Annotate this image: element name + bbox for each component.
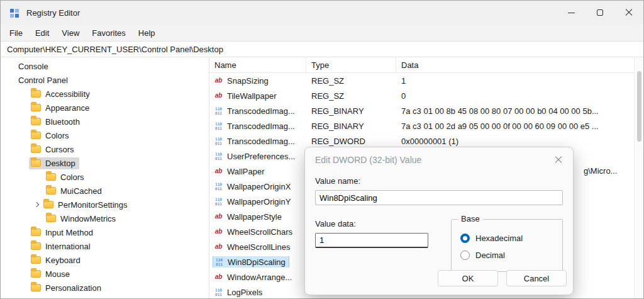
value-data: 7a c3 01 00 2d a9 05 00 00 0f 00 00 60 0… [396, 121, 634, 131]
tree-item-mouse[interactable]: Mouse [1, 267, 209, 281]
value-name: Win8DpiScaling [228, 257, 286, 267]
binary-icon [213, 121, 224, 131]
tree-selection: Desktop [29, 157, 79, 169]
address-path: Computer\HKEY_CURRENT_USER\Control Panel… [7, 45, 223, 54]
close-button[interactable] [614, 1, 643, 25]
value-data: 0x00000001 (1) [396, 137, 634, 146]
value-name: SnapSizing [227, 76, 269, 86]
tree-item-bluetooth[interactable]: Bluetooth [1, 115, 209, 128]
tree-item-desktop[interactable]: Desktop [1, 156, 209, 170]
tree-item-control-panel[interactable]: Control Panel [1, 73, 209, 87]
tree-item-label: Console [18, 62, 48, 71]
tree-item-colors[interactable]: Colors [1, 128, 209, 142]
close-icon [625, 9, 633, 16]
tree-item-label: Input Method [45, 228, 93, 237]
tree-item-label: Cursors [45, 145, 74, 154]
vertical-scrollbar[interactable] [634, 57, 643, 298]
binary-icon [213, 196, 224, 206]
value-name-input[interactable] [315, 190, 563, 205]
folder-icon [46, 187, 56, 195]
tree-item-label: Keyboard [45, 256, 80, 265]
value-name: TranscodedImag... [227, 121, 295, 131]
scrollbar-thumb[interactable] [637, 71, 641, 142]
tree-item-permonitorsettings[interactable]: PerMonitorSettings [1, 198, 209, 212]
menu-edit[interactable]: Edit [29, 26, 55, 40]
hexadecimal-radio[interactable]: Hexadecimal [460, 234, 562, 243]
folder-icon [31, 104, 41, 111]
menu-favorites[interactable]: Favorites [86, 26, 131, 40]
value-name-label: Value name: [315, 176, 563, 186]
value-type: REG_BINARY [306, 106, 396, 116]
value-type: REG_SZ [306, 76, 396, 86]
cancel-button[interactable]: Cancel [506, 270, 567, 286]
tree-item-console[interactable]: Console [1, 59, 209, 73]
menu-help[interactable]: Help [132, 26, 162, 40]
tree-item-muicached[interactable]: MuiCached [1, 184, 209, 198]
folder-icon [31, 118, 41, 125]
tree-item-desktop-colors[interactable]: Colors [1, 170, 209, 184]
tree-item-input-method[interactable]: Input Method [1, 225, 209, 239]
folder-icon [31, 256, 41, 264]
value-data-input[interactable] [315, 233, 428, 248]
dialog-close-icon[interactable] [554, 155, 563, 164]
tree-item-label: Desktop [45, 159, 75, 168]
value-name: WallpaperStyle [227, 212, 282, 222]
folder-icon [46, 173, 56, 181]
folder-icon [31, 145, 41, 153]
folder-icon [31, 132, 41, 139]
column-header-data[interactable]: Data [396, 57, 634, 72]
value-name: WheelScrollLines [227, 242, 290, 252]
tree-item-label: Bluetooth [45, 117, 80, 127]
minimize-button[interactable] [557, 1, 586, 25]
maximize-button[interactable] [586, 1, 614, 25]
tree-item-appearance[interactable]: Appearance [1, 101, 209, 115]
tree-item-keyboard[interactable]: Keyboard [1, 253, 209, 267]
list-row[interactable]: TranscodedImag... REG_BINARY 7a c3 01 00… [209, 118, 634, 133]
tree-item-international[interactable]: International [1, 239, 209, 253]
value-data: 7a c3 01 00 8b 45 08 00 80 07 00 00 b0 0… [396, 106, 634, 116]
decimal-radio[interactable]: Decimal [460, 251, 562, 260]
string-icon [213, 242, 224, 252]
tree-item-label: Control Panel [18, 76, 68, 85]
registry-tree: Console Control Panel Accessibility Appe… [1, 57, 209, 298]
list-row[interactable]: TranscodedImag... REG_BINARY 7a c3 01 00… [209, 103, 634, 118]
ok-button[interactable]: OK [438, 270, 498, 286]
base-groupbox: Base Hexadecimal Decimal [451, 219, 563, 272]
window-title: Registry Editor [26, 8, 80, 18]
minimize-icon [568, 13, 575, 13]
tree-item-label: Colors [45, 131, 69, 140]
hexadecimal-radio-label: Hexadecimal [475, 234, 523, 243]
value-name: WindowArrange... [227, 273, 292, 282]
value-data: 0 [396, 91, 634, 101]
tree-item-label: Mouse [45, 269, 70, 279]
menubar: File Edit View Favorites Help [1, 25, 643, 41]
string-icon [213, 227, 224, 237]
list-row[interactable]: TileWallpaper REG_SZ 0 [209, 88, 634, 103]
tree-item-personalization[interactable]: Personalization [1, 281, 209, 295]
binary-icon [214, 257, 225, 267]
binary-icon [213, 151, 224, 161]
tree-item-accessibility[interactable]: Accessibility [1, 87, 209, 101]
tree-item-label: Appearance [45, 103, 89, 113]
menu-file[interactable]: File [3, 26, 29, 40]
value-type: REG_SZ [306, 91, 396, 101]
folder-icon [46, 215, 56, 222]
titlebar: Registry Editor [1, 1, 643, 25]
list-header: Name Type Data [209, 57, 634, 73]
list-row[interactable]: SnapSizing REG_SZ 1 [209, 73, 634, 88]
list-selection: Win8DpiScaling [213, 256, 289, 268]
address-bar[interactable]: Computer\HKEY_CURRENT_USER\Control Panel… [1, 41, 643, 57]
value-name: WheelScrollChars [227, 227, 292, 237]
column-header-type[interactable]: Type [306, 57, 396, 72]
string-icon [213, 91, 224, 101]
radio-unselected-icon [460, 251, 470, 260]
column-header-name[interactable]: Name [209, 57, 306, 72]
value-data: 1 [396, 76, 634, 86]
wallpaper-data-fragment: g\Micro... [584, 166, 617, 176]
chevron-right-icon[interactable] [34, 202, 39, 207]
menu-view[interactable]: View [55, 26, 86, 40]
string-icon [213, 166, 224, 176]
value-name: UserPreferences... [227, 152, 295, 161]
tree-item-cursors[interactable]: Cursors [1, 142, 209, 156]
tree-item-windowmetrics[interactable]: WindowMetrics [1, 212, 209, 225]
